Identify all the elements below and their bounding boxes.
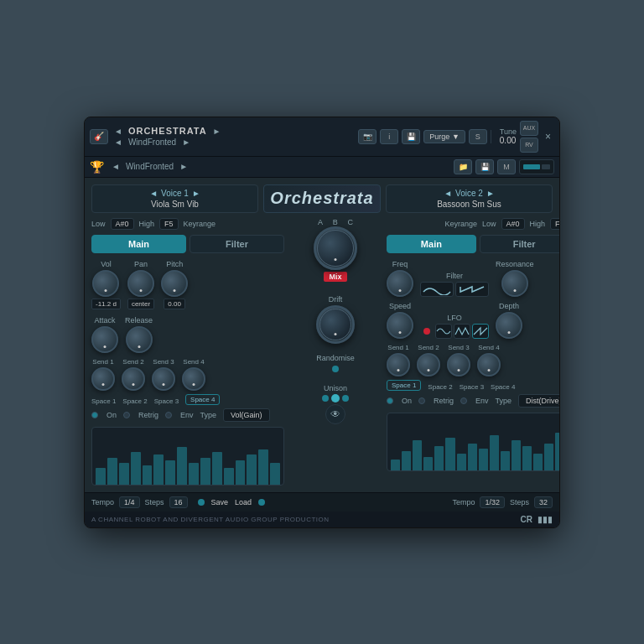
preset-prev-arrow[interactable]: ◄ (112, 126, 125, 137)
seq-bar (270, 463, 280, 485)
v2-tab-filter[interactable]: Filter (480, 235, 560, 253)
v2-resonance-knob[interactable] (501, 270, 528, 297)
mix-knob[interactable] (314, 226, 357, 270)
v2-steps-value[interactable]: 32 (534, 496, 553, 508)
v2-on-label[interactable]: On (402, 397, 412, 405)
v1-release-knob[interactable] (126, 326, 153, 353)
v1-space3-label[interactable]: Space 3 (154, 397, 179, 405)
m-button[interactable]: M (497, 159, 516, 174)
randomise-label: Randomise (316, 354, 355, 362)
camera-button[interactable]: 📷 (358, 129, 377, 144)
instrument-icon[interactable]: 🎸 (90, 129, 108, 144)
unison-dot-1[interactable] (322, 395, 329, 402)
v2-tempo-row: Tempo 1/32 Steps 32 (452, 496, 553, 508)
v2-send2-knob[interactable] (417, 353, 440, 377)
v1-vol-knob[interactable] (92, 270, 119, 297)
v1-send1-knob[interactable] (91, 367, 115, 391)
unison-dot-3[interactable] (342, 395, 349, 402)
voice1-tabs: Main Filter (91, 235, 284, 253)
v1-retrig-label[interactable]: Retrig (138, 411, 158, 419)
v1-tab-filter[interactable]: Filter (190, 235, 284, 253)
v1-send4-knob[interactable] (182, 367, 205, 391)
voice1-sequencer[interactable] (91, 427, 284, 486)
lfo-shape-3[interactable] (472, 324, 489, 339)
v1-pitch-knob[interactable] (161, 270, 188, 297)
info-button[interactable]: i (380, 129, 398, 144)
preset-next-arrow[interactable]: ► (210, 126, 224, 137)
v2-env-label[interactable]: Env (475, 397, 489, 405)
voice2-sequencer[interactable] (387, 413, 560, 471)
voice2-prev[interactable]: ◄ (444, 189, 452, 198)
floppy-button[interactable]: 💾 (475, 159, 494, 174)
drift-knob[interactable] (316, 305, 355, 344)
v2-space1-label[interactable]: Space 1 (387, 380, 421, 391)
seq-bar (544, 444, 553, 470)
v2-tab-main[interactable]: Main (387, 235, 476, 253)
preset-sub-name: WindFronted (128, 138, 176, 147)
v1-space1-label[interactable]: Space 1 (91, 397, 116, 405)
seq-bar (479, 449, 488, 470)
unison-dot-2[interactable] (331, 394, 340, 402)
seq-bar (236, 460, 246, 485)
filter-wave-btn2[interactable] (455, 282, 489, 297)
sub-prev-arrow[interactable]: ◄ (112, 137, 125, 148)
v1-env-label[interactable]: Env (180, 411, 194, 419)
voice1-next[interactable]: ► (192, 189, 200, 198)
voice1-seq-bars (92, 428, 283, 485)
v2-space4-label[interactable]: Space 4 (491, 383, 515, 391)
footer-credit: A CHANNEL ROBOT AND DIVERGENT AUDIO GROU… (91, 516, 330, 523)
v1-pitch-label: Pitch (166, 260, 183, 268)
v1-send1-group: Send 1 (91, 358, 115, 391)
rv-button[interactable]: RV (520, 138, 538, 153)
v2-depth-knob[interactable] (496, 312, 522, 339)
v2-send3-knob[interactable] (447, 353, 470, 377)
v1-send3-knob[interactable] (152, 367, 175, 391)
load-label[interactable]: Load (235, 498, 252, 506)
filter-wave-btn[interactable] (420, 282, 454, 297)
v1-on-label[interactable]: On (106, 411, 117, 419)
v1-attack-knob[interactable] (91, 326, 118, 353)
v2-speed-knob[interactable] (387, 312, 413, 339)
v2-key-low[interactable]: A#0 (501, 218, 525, 230)
v1-attack-label: Attack (94, 316, 115, 325)
lfo-shape-1[interactable] (435, 324, 452, 339)
eye-button[interactable]: 👁 (325, 404, 345, 424)
v1-steps-value[interactable]: 16 (169, 496, 188, 508)
v2-space3-label[interactable]: Space 3 (460, 383, 484, 391)
v2-tempo-value[interactable]: 1/32 (480, 496, 505, 508)
preset2-next[interactable]: ► (177, 161, 190, 172)
preset-row-main: ◄ ORCHESTRATA ► (112, 126, 353, 137)
s-button[interactable]: S (469, 129, 487, 144)
save-preset-button[interactable]: 💾 (402, 129, 420, 144)
v2-retrig-label[interactable]: Retrig (434, 397, 454, 405)
v1-key-low[interactable]: A#0 (111, 218, 134, 230)
v1-send2-knob[interactable] (122, 367, 145, 391)
v2-send4-knob[interactable] (477, 353, 501, 377)
v1-space2-label[interactable]: Space 2 (122, 397, 147, 405)
folder-button[interactable]: 📁 (454, 159, 472, 174)
lfo-shape-2[interactable] (454, 324, 470, 339)
v2-send1-knob[interactable] (387, 353, 410, 377)
v1-space4-label[interactable]: Space 4 (185, 394, 220, 405)
v2-space2-label[interactable]: Space 2 (428, 383, 452, 391)
v1-tab-main[interactable]: Main (91, 235, 186, 253)
v1-type-value[interactable]: Vol(Gain) (223, 408, 270, 422)
close-button[interactable]: × (542, 131, 554, 143)
v1-pitch-value: 0.00 (164, 299, 185, 309)
v2-freq-knob[interactable] (387, 270, 413, 297)
v2-key-high[interactable]: F5 (550, 218, 560, 230)
preset2-prev[interactable]: ◄ (109, 161, 122, 172)
voice2-next[interactable]: ► (486, 189, 495, 198)
v1-release-label: Release (125, 316, 153, 325)
sub-next-arrow[interactable]: ► (179, 137, 193, 148)
save-label[interactable]: Save (211, 498, 229, 506)
v1-key-high[interactable]: F5 (159, 218, 179, 230)
seq-bar (143, 465, 153, 484)
v1-pan-knob[interactable] (127, 270, 154, 297)
v1-tempo-value[interactable]: 1/4 (119, 496, 140, 508)
voice1-prev[interactable]: ◄ (149, 189, 158, 198)
drift-label: Drift (329, 295, 343, 304)
purge-button[interactable]: Purge ▼ (423, 130, 465, 143)
v2-type-value[interactable]: Dist(Drive) (518, 394, 560, 408)
aux-button[interactable]: AUX (520, 121, 538, 136)
